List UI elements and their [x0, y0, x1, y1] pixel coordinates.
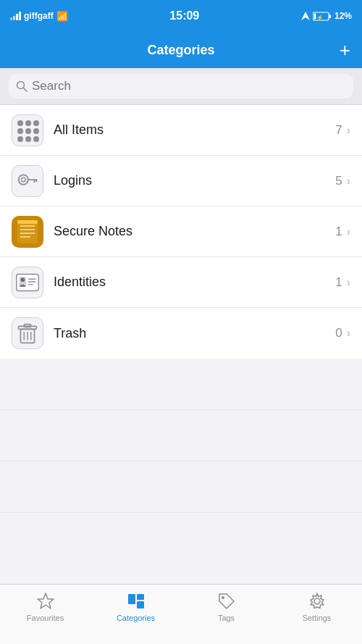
tab-settings[interactable]: Settings [272, 592, 362, 622]
carrier-label: giffgaff [24, 11, 54, 21]
search-icon [16, 80, 28, 92]
search-container [0, 68, 362, 105]
logins-icon [12, 165, 43, 197]
tab-bar: Favourites Categories Tags Settings [0, 584, 362, 644]
search-bar[interactable] [9, 74, 353, 99]
category-label: Logins [54, 173, 335, 188]
category-count: 1 [335, 275, 342, 290]
content-area: All Items 7 › Logins 5 › [0, 68, 362, 584]
svg-marker-34 [38, 593, 54, 609]
svg-point-39 [314, 598, 320, 604]
chevron-icon: › [347, 175, 350, 188]
svg-point-8 [21, 177, 25, 182]
svg-text:⚡: ⚡ [316, 13, 324, 20]
tab-tags[interactable]: Tags [181, 592, 272, 622]
category-count: 0 [335, 326, 342, 340]
chevron-icon: › [347, 225, 350, 238]
category-count: 5 [335, 174, 342, 188]
categories-icon [127, 592, 146, 611]
star-icon [36, 592, 55, 611]
category-label: All Items [54, 122, 335, 138]
signal-icon [10, 12, 21, 20]
secure-notes-icon [12, 216, 43, 248]
trash-icon [12, 317, 43, 349]
category-count: 1 [335, 225, 342, 239]
gear-icon [308, 592, 327, 611]
chevron-icon: › [347, 124, 350, 137]
tag-icon [217, 592, 236, 611]
location-icon [301, 12, 310, 20]
svg-rect-35 [128, 594, 135, 604]
list-item[interactable]: Logins 5 › [0, 156, 362, 206]
wifi-icon: 📶 [56, 11, 68, 22]
status-left: giffgaff 📶 [10, 11, 68, 22]
chevron-icon: › [347, 276, 350, 289]
tab-categories[interactable]: Categories [90, 592, 181, 622]
status-time: 15:09 [169, 9, 199, 22]
list-item[interactable]: Identities 1 › [0, 257, 362, 308]
svg-rect-30 [24, 325, 31, 327]
category-label: Trash [54, 326, 335, 341]
svg-rect-2 [329, 14, 331, 18]
identities-icon [12, 267, 43, 298]
list-item[interactable]: Secure Notes 1 › [0, 206, 362, 257]
svg-marker-0 [301, 12, 310, 20]
tab-settings-label: Settings [303, 614, 332, 622]
filler-area [0, 359, 362, 584]
tab-favourites-label: Favourites [27, 614, 64, 622]
svg-rect-37 [137, 601, 144, 609]
tab-categories-label: Categories [117, 614, 155, 622]
all-items-icon [12, 114, 43, 146]
nav-header: Categories + [0, 32, 362, 68]
category-label: Secure Notes [54, 224, 335, 239]
chevron-icon: › [347, 327, 350, 340]
list-item[interactable]: Trash 0 › [0, 308, 362, 359]
categories-list: All Items 7 › Logins 5 › [0, 105, 362, 359]
svg-rect-36 [137, 594, 144, 600]
svg-rect-21 [17, 220, 38, 224]
status-bar: giffgaff 📶 15:09 ⚡ 12% [0, 0, 362, 32]
page-title: Categories [147, 43, 214, 58]
svg-line-6 [24, 88, 28, 92]
list-item[interactable]: All Items 7 › [0, 105, 362, 156]
category-label: Identities [54, 275, 335, 290]
svg-point-7 [19, 175, 28, 184]
battery-icon: ⚡ [313, 12, 332, 21]
search-input[interactable] [32, 79, 346, 93]
svg-point-24 [20, 277, 25, 282]
svg-point-38 [222, 596, 224, 599]
add-button[interactable]: + [340, 41, 350, 59]
tab-favourites[interactable]: Favourites [0, 592, 90, 622]
tab-tags-label: Tags [218, 614, 235, 622]
category-count: 7 [335, 123, 342, 138]
battery-label: 12% [334, 11, 352, 21]
status-right: ⚡ 12% [301, 11, 352, 21]
